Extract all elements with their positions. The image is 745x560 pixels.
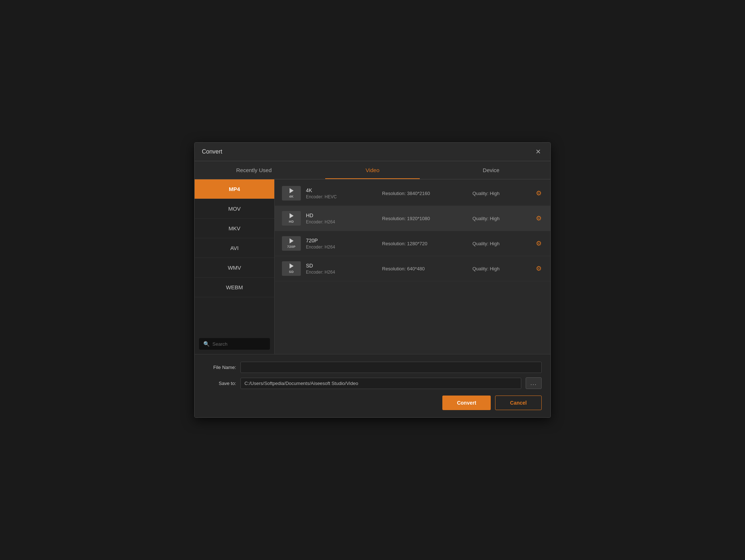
- action-row: Convert Cancel: [203, 396, 542, 410]
- file-name-label: File Name:: [203, 365, 236, 370]
- dialog-title: Convert: [202, 148, 222, 155]
- file-name-row: File Name:: [203, 362, 542, 373]
- sidebar-item-mkv[interactable]: MKV: [195, 219, 274, 238]
- format-list: 4K 4K Encoder: HEVC Resolution: 3840*216…: [275, 179, 550, 354]
- settings-button-720p[interactable]: ⚙: [534, 238, 543, 249]
- tab-recently-used[interactable]: Recently Used: [195, 161, 313, 179]
- tab-device[interactable]: Device: [432, 161, 550, 179]
- close-button[interactable]: ✕: [533, 147, 543, 156]
- format-row-sd[interactable]: SD SD Encoder: H264 Resolution: 640*480 …: [275, 256, 550, 281]
- format-info-sd: SD Encoder: H264: [306, 263, 377, 275]
- tab-video[interactable]: Video: [313, 161, 432, 179]
- search-input[interactable]: [212, 341, 274, 347]
- convert-button[interactable]: Convert: [442, 396, 491, 410]
- search-icon: 🔍: [203, 341, 210, 347]
- settings-button-sd[interactable]: ⚙: [534, 263, 543, 274]
- sidebar-item-wmv[interactable]: WMV: [195, 258, 274, 278]
- format-info-4k: 4K Encoder: HEVC: [306, 187, 377, 199]
- sidebar-item-mov[interactable]: MOV: [195, 199, 274, 219]
- main-content: MP4 MOV MKV AVI WMV WEBM 🔍: [195, 179, 550, 354]
- settings-button-hd[interactable]: ⚙: [534, 213, 543, 224]
- play-icon-sd: [290, 263, 294, 269]
- format-thumb-4k: 4K: [282, 186, 301, 200]
- play-icon-hd: [290, 213, 294, 218]
- format-row-4k[interactable]: 4K 4K Encoder: HEVC Resolution: 3840*216…: [275, 181, 550, 206]
- cancel-button[interactable]: Cancel: [495, 396, 542, 410]
- play-icon-720p: [290, 238, 294, 243]
- save-to-label: Save to:: [203, 381, 236, 386]
- search-box: 🔍: [199, 338, 270, 350]
- tab-bar: Recently Used Video Device: [195, 161, 550, 179]
- format-info-720p: 720P Encoder: H264: [306, 238, 377, 250]
- format-row-720p[interactable]: 720P 720P Encoder: H264 Resolution: 1280…: [275, 231, 550, 256]
- browse-button[interactable]: ...: [526, 377, 542, 389]
- format-row-hd[interactable]: HD HD Encoder: H264 Resolution: 1920*108…: [275, 206, 550, 231]
- play-icon-4k: [290, 188, 294, 193]
- format-thumb-sd: SD: [282, 261, 301, 276]
- save-path-display: C:/Users/Softpedia/Documents/Aiseesoft S…: [240, 378, 521, 389]
- titlebar: Convert ✕: [195, 143, 550, 161]
- file-name-input[interactable]: [240, 362, 542, 373]
- sidebar-item-mp4[interactable]: MP4: [195, 179, 274, 199]
- format-thumb-720p: 720P: [282, 236, 301, 251]
- format-info-hd: HD Encoder: H264: [306, 213, 377, 225]
- sidebar-item-avi[interactable]: AVI: [195, 238, 274, 258]
- settings-button-4k[interactable]: ⚙: [534, 188, 543, 199]
- format-sidebar: MP4 MOV MKV AVI WMV WEBM 🔍: [195, 179, 275, 354]
- sidebar-item-webm[interactable]: WEBM: [195, 278, 274, 297]
- convert-dialog: Convert ✕ Recently Used Video Device MP4…: [194, 142, 551, 418]
- bottom-section: File Name: Save to: C:/Users/Softpedia/D…: [195, 354, 550, 417]
- format-thumb-hd: HD: [282, 211, 301, 226]
- save-to-row: Save to: C:/Users/Softpedia/Documents/Ai…: [203, 377, 542, 389]
